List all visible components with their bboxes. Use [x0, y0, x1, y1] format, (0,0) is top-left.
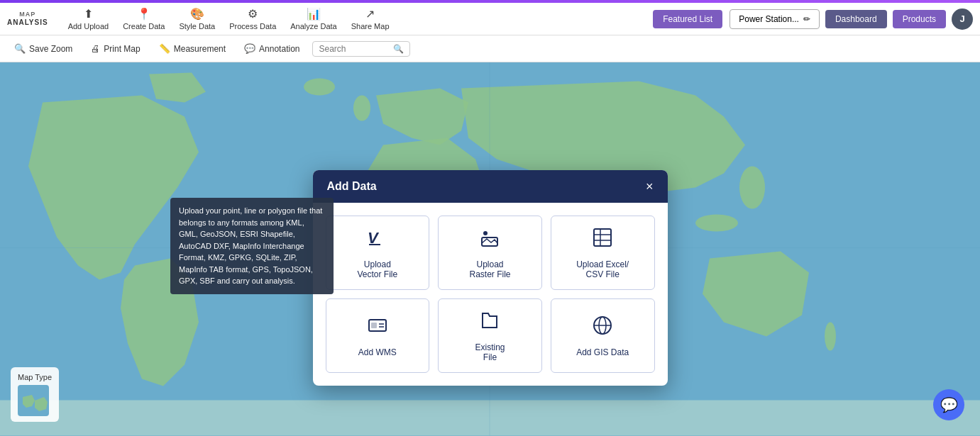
nav-item-create-data-label: Create Data	[123, 22, 165, 30]
search-input[interactable]	[319, 44, 390, 54]
brand-bottom: ANALYSIS	[7, 18, 48, 26]
purple-bar	[0, 0, 980, 3]
user-avatar[interactable]: J	[952, 9, 973, 30]
add-wms-label: Add WMS	[358, 347, 397, 357]
map-area: Map Type Add Data × V	[0, 60, 980, 436]
upload-vector-file-option[interactable]: V UploadVector File	[326, 216, 430, 290]
process-data-icon: ⚙	[248, 7, 258, 21]
modal-body: V UploadVector File UploadRast	[313, 203, 668, 386]
add-wms-option[interactable]: Add WMS	[326, 298, 430, 373]
upload-raster-file-option[interactable]: UploadRaster File	[438, 216, 542, 290]
power-station-button[interactable]: Power Station... ✏	[730, 9, 820, 29]
annotation-label: Annotation	[259, 44, 299, 54]
brand-top: MAP	[19, 11, 35, 18]
add-wms-icon	[366, 314, 389, 342]
featured-list-button[interactable]: Featured List	[653, 10, 722, 28]
nav-item-share-map-label: Share Map	[351, 22, 390, 30]
analyze-data-icon: 📊	[307, 7, 321, 21]
brand: MAP ANALYSIS	[7, 11, 48, 26]
dashboard-button[interactable]: Dashboard	[825, 10, 887, 28]
svg-point-3	[304, 79, 335, 96]
measurement-label: Measurement	[174, 44, 226, 54]
sub-nav: 🔍 Save Zoom 🖨 Print Map 📏 Measurement 💬 …	[0, 35, 980, 62]
nav-item-process-data[interactable]: ⚙ Process Data	[229, 7, 276, 30]
existing-file-label: ExistingFile	[475, 342, 505, 362]
power-station-label: Power Station...	[739, 14, 799, 24]
nav-item-create-data[interactable]: 📍 Create Data	[123, 7, 165, 30]
print-map-label: Print Map	[104, 44, 140, 54]
nav-item-add-upload-label: Add Upload	[68, 22, 109, 30]
nav-item-share-map[interactable]: ↗ Share Map	[351, 7, 390, 30]
style-data-icon: 🎨	[190, 7, 204, 21]
upload-excel-label: Upload Excel/CSV File	[576, 259, 629, 279]
print-map-icon: 🖨	[91, 43, 100, 54]
upload-raster-icon	[478, 226, 501, 254]
annotation-item[interactable]: 💬 Annotation	[238, 40, 305, 57]
nav-item-style-data[interactable]: 🎨 Style Data	[179, 7, 215, 30]
save-zoom-item[interactable]: 🔍 Save Zoom	[9, 40, 78, 57]
svg-rect-15	[594, 229, 611, 246]
measurement-item[interactable]: 📏 Measurement	[153, 40, 231, 57]
chat-icon: 💬	[940, 396, 958, 413]
upload-vector-icon: V	[366, 226, 389, 254]
modal-close-button[interactable]: ×	[646, 180, 654, 193]
modal-header: Add Data ×	[313, 170, 668, 203]
power-station-edit-icon: ✏	[803, 14, 810, 24]
existing-file-icon	[478, 309, 501, 337]
add-gis-data-icon	[591, 314, 614, 342]
annotation-icon: 💬	[244, 43, 255, 54]
nav-item-analyze-data-label: Analyze Data	[290, 22, 336, 30]
upload-excel-csv-option[interactable]: Upload Excel/CSV File	[551, 216, 655, 290]
print-map-item[interactable]: 🖨 Print Map	[85, 40, 145, 57]
top-nav: MAP ANALYSIS ⬆ Add Upload 📍 Create Data …	[0, 3, 980, 35]
save-zoom-label: Save Zoom	[29, 44, 72, 54]
svg-point-13	[483, 231, 488, 235]
modal-title: Add Data	[327, 180, 377, 193]
tooltip-box: Upload your point, line or polygon file …	[170, 198, 334, 294]
nav-item-process-data-label: Process Data	[229, 22, 276, 30]
upload-vector-label: UploadVector File	[357, 259, 397, 279]
svg-point-4	[353, 96, 370, 121]
existing-file-option[interactable]: ExistingFile	[438, 298, 542, 373]
search-icon: 🔍	[393, 44, 404, 54]
nav-item-add-upload[interactable]: ⬆ Add Upload	[68, 7, 109, 30]
add-upload-icon: ⬆	[84, 7, 93, 21]
upload-excel-icon	[591, 226, 614, 254]
tooltip-text: Upload your point, line or polygon file …	[179, 206, 322, 285]
create-data-icon: 📍	[137, 7, 151, 21]
add-gis-data-option[interactable]: Add GIS Data	[551, 298, 655, 373]
svg-rect-20	[371, 323, 377, 328]
modal-overlay: Add Data × V UploadVector File	[0, 119, 980, 436]
chat-button[interactable]: 💬	[933, 389, 964, 420]
share-map-icon: ↗	[365, 7, 375, 21]
search-box[interactable]: 🔍	[312, 41, 410, 57]
nav-item-analyze-data[interactable]: 📊 Analyze Data	[290, 7, 336, 30]
upload-raster-label: UploadRaster File	[469, 259, 510, 279]
nav-item-style-data-label: Style Data	[179, 22, 215, 30]
measurement-icon: 📏	[159, 43, 170, 54]
add-data-modal: Add Data × V UploadVector File	[313, 170, 668, 386]
add-gis-data-label: Add GIS Data	[576, 347, 629, 357]
save-zoom-icon: 🔍	[14, 43, 26, 54]
products-button[interactable]: Products	[893, 10, 946, 28]
